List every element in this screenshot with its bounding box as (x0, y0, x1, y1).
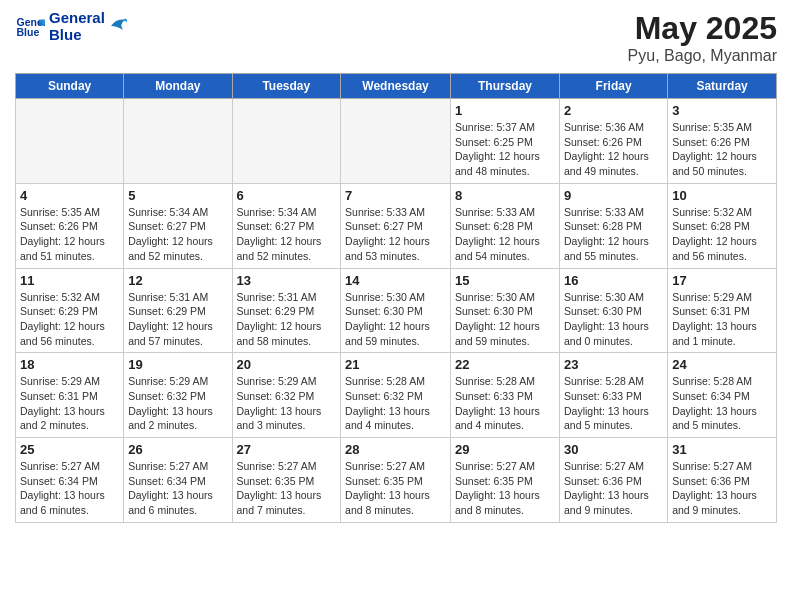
col-sunday: Sunday (16, 74, 124, 99)
day-info: Sunrise: 5:29 AM Sunset: 6:31 PM Dayligh… (20, 374, 119, 433)
day-number: 24 (672, 357, 772, 372)
col-wednesday: Wednesday (341, 74, 451, 99)
logo: General Blue General Blue (15, 10, 127, 43)
day-info: Sunrise: 5:27 AM Sunset: 6:35 PM Dayligh… (237, 459, 337, 518)
calendar-cell-w5-d2: 27Sunrise: 5:27 AM Sunset: 6:35 PM Dayli… (232, 438, 341, 523)
day-info: Sunrise: 5:28 AM Sunset: 6:33 PM Dayligh… (455, 374, 555, 433)
logo-text-block: General Blue (49, 10, 105, 43)
col-tuesday: Tuesday (232, 74, 341, 99)
calendar-cell-w1-d3 (341, 99, 451, 184)
day-number: 21 (345, 357, 446, 372)
calendar-cell-w4-d3: 21Sunrise: 5:28 AM Sunset: 6:32 PM Dayli… (341, 353, 451, 438)
calendar-cell-w1-d0 (16, 99, 124, 184)
day-number: 2 (564, 103, 663, 118)
day-number: 26 (128, 442, 227, 457)
day-number: 3 (672, 103, 772, 118)
col-monday: Monday (124, 74, 232, 99)
day-number: 23 (564, 357, 663, 372)
week-row-1: 1Sunrise: 5:37 AM Sunset: 6:25 PM Daylig… (16, 99, 777, 184)
week-row-2: 4Sunrise: 5:35 AM Sunset: 6:26 PM Daylig… (16, 183, 777, 268)
day-number: 29 (455, 442, 555, 457)
calendar-cell-w5-d3: 28Sunrise: 5:27 AM Sunset: 6:35 PM Dayli… (341, 438, 451, 523)
day-number: 5 (128, 188, 227, 203)
day-number: 10 (672, 188, 772, 203)
day-info: Sunrise: 5:31 AM Sunset: 6:29 PM Dayligh… (128, 290, 227, 349)
calendar-cell-w4-d6: 24Sunrise: 5:28 AM Sunset: 6:34 PM Dayli… (668, 353, 777, 438)
day-info: Sunrise: 5:27 AM Sunset: 6:35 PM Dayligh… (345, 459, 446, 518)
calendar-cell-w1-d2 (232, 99, 341, 184)
day-info: Sunrise: 5:35 AM Sunset: 6:26 PM Dayligh… (672, 120, 772, 179)
calendar-cell-w3-d1: 12Sunrise: 5:31 AM Sunset: 6:29 PM Dayli… (124, 268, 232, 353)
day-number: 15 (455, 273, 555, 288)
day-info: Sunrise: 5:31 AM Sunset: 6:29 PM Dayligh… (237, 290, 337, 349)
calendar-cell-w3-d3: 14Sunrise: 5:30 AM Sunset: 6:30 PM Dayli… (341, 268, 451, 353)
day-info: Sunrise: 5:35 AM Sunset: 6:26 PM Dayligh… (20, 205, 119, 264)
day-info: Sunrise: 5:27 AM Sunset: 6:36 PM Dayligh… (672, 459, 772, 518)
day-info: Sunrise: 5:30 AM Sunset: 6:30 PM Dayligh… (564, 290, 663, 349)
calendar-cell-w3-d5: 16Sunrise: 5:30 AM Sunset: 6:30 PM Dayli… (560, 268, 668, 353)
week-row-4: 18Sunrise: 5:29 AM Sunset: 6:31 PM Dayli… (16, 353, 777, 438)
logo-bird-icon (109, 16, 127, 38)
day-info: Sunrise: 5:27 AM Sunset: 6:36 PM Dayligh… (564, 459, 663, 518)
day-info: Sunrise: 5:28 AM Sunset: 6:33 PM Dayligh… (564, 374, 663, 433)
title-block: May 2025 Pyu, Bago, Myanmar (628, 10, 777, 65)
day-info: Sunrise: 5:33 AM Sunset: 6:28 PM Dayligh… (564, 205, 663, 264)
calendar-title: May 2025 (628, 10, 777, 47)
week-row-3: 11Sunrise: 5:32 AM Sunset: 6:29 PM Dayli… (16, 268, 777, 353)
calendar-cell-w2-d5: 9Sunrise: 5:33 AM Sunset: 6:28 PM Daylig… (560, 183, 668, 268)
col-friday: Friday (560, 74, 668, 99)
calendar-cell-w2-d0: 4Sunrise: 5:35 AM Sunset: 6:26 PM Daylig… (16, 183, 124, 268)
calendar-cell-w3-d2: 13Sunrise: 5:31 AM Sunset: 6:29 PM Dayli… (232, 268, 341, 353)
calendar-cell-w5-d0: 25Sunrise: 5:27 AM Sunset: 6:34 PM Dayli… (16, 438, 124, 523)
day-number: 14 (345, 273, 446, 288)
day-info: Sunrise: 5:29 AM Sunset: 6:32 PM Dayligh… (237, 374, 337, 433)
day-number: 12 (128, 273, 227, 288)
calendar-body: 1Sunrise: 5:37 AM Sunset: 6:25 PM Daylig… (16, 99, 777, 523)
calendar-cell-w2-d4: 8Sunrise: 5:33 AM Sunset: 6:28 PM Daylig… (451, 183, 560, 268)
day-number: 17 (672, 273, 772, 288)
day-number: 25 (20, 442, 119, 457)
day-number: 18 (20, 357, 119, 372)
day-info: Sunrise: 5:37 AM Sunset: 6:25 PM Dayligh… (455, 120, 555, 179)
page-header: General Blue General Blue May 2025 Pyu, … (15, 10, 777, 65)
calendar-cell-w4-d1: 19Sunrise: 5:29 AM Sunset: 6:32 PM Dayli… (124, 353, 232, 438)
calendar-cell-w1-d1 (124, 99, 232, 184)
calendar-cell-w2-d2: 6Sunrise: 5:34 AM Sunset: 6:27 PM Daylig… (232, 183, 341, 268)
calendar-header: Sunday Monday Tuesday Wednesday Thursday… (16, 74, 777, 99)
col-saturday: Saturday (668, 74, 777, 99)
day-number: 11 (20, 273, 119, 288)
day-info: Sunrise: 5:29 AM Sunset: 6:31 PM Dayligh… (672, 290, 772, 349)
calendar-cell-w4-d4: 22Sunrise: 5:28 AM Sunset: 6:33 PM Dayli… (451, 353, 560, 438)
day-number: 8 (455, 188, 555, 203)
day-number: 27 (237, 442, 337, 457)
calendar-cell-w1-d5: 2Sunrise: 5:36 AM Sunset: 6:26 PM Daylig… (560, 99, 668, 184)
day-number: 6 (237, 188, 337, 203)
logo-line1: General (49, 10, 105, 27)
day-number: 31 (672, 442, 772, 457)
day-info: Sunrise: 5:29 AM Sunset: 6:32 PM Dayligh… (128, 374, 227, 433)
day-info: Sunrise: 5:30 AM Sunset: 6:30 PM Dayligh… (455, 290, 555, 349)
calendar-cell-w2-d6: 10Sunrise: 5:32 AM Sunset: 6:28 PM Dayli… (668, 183, 777, 268)
day-info: Sunrise: 5:33 AM Sunset: 6:27 PM Dayligh… (345, 205, 446, 264)
day-number: 19 (128, 357, 227, 372)
calendar-subtitle: Pyu, Bago, Myanmar (628, 47, 777, 65)
calendar-cell-w5-d6: 31Sunrise: 5:27 AM Sunset: 6:36 PM Dayli… (668, 438, 777, 523)
col-thursday: Thursday (451, 74, 560, 99)
page-container: General Blue General Blue May 2025 Pyu, … (0, 0, 792, 533)
week-row-5: 25Sunrise: 5:27 AM Sunset: 6:34 PM Dayli… (16, 438, 777, 523)
day-info: Sunrise: 5:34 AM Sunset: 6:27 PM Dayligh… (237, 205, 337, 264)
day-number: 9 (564, 188, 663, 203)
calendar-cell-w1-d6: 3Sunrise: 5:35 AM Sunset: 6:26 PM Daylig… (668, 99, 777, 184)
day-info: Sunrise: 5:33 AM Sunset: 6:28 PM Dayligh… (455, 205, 555, 264)
calendar-cell-w4-d2: 20Sunrise: 5:29 AM Sunset: 6:32 PM Dayli… (232, 353, 341, 438)
header-row: Sunday Monday Tuesday Wednesday Thursday… (16, 74, 777, 99)
day-info: Sunrise: 5:34 AM Sunset: 6:27 PM Dayligh… (128, 205, 227, 264)
day-number: 16 (564, 273, 663, 288)
day-info: Sunrise: 5:28 AM Sunset: 6:34 PM Dayligh… (672, 374, 772, 433)
day-number: 22 (455, 357, 555, 372)
calendar-cell-w4-d5: 23Sunrise: 5:28 AM Sunset: 6:33 PM Dayli… (560, 353, 668, 438)
calendar-cell-w3-d0: 11Sunrise: 5:32 AM Sunset: 6:29 PM Dayli… (16, 268, 124, 353)
calendar-cell-w2-d3: 7Sunrise: 5:33 AM Sunset: 6:27 PM Daylig… (341, 183, 451, 268)
calendar-cell-w3-d6: 17Sunrise: 5:29 AM Sunset: 6:31 PM Dayli… (668, 268, 777, 353)
day-number: 30 (564, 442, 663, 457)
